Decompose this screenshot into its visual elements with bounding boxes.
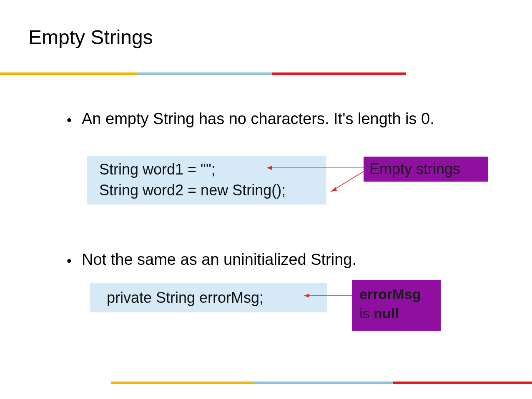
- callout-errormsg-var: errorMsg: [359, 286, 421, 302]
- svg-marker-3: [331, 187, 337, 192]
- code-line-3: private String errorMsg;: [107, 287, 325, 308]
- callout-empty-strings: Empty strings: [364, 157, 488, 182]
- callout-errormsg-null: null: [374, 305, 399, 321]
- svg-marker-5: [304, 294, 309, 298]
- arrow-errormsg-icon: [300, 292, 354, 300]
- divider-top: [0, 72, 406, 75]
- slide-title: Empty Strings: [28, 26, 153, 49]
- callout-errormsg-null: errorMsg is null: [352, 280, 441, 331]
- callout-empty-strings-label: Empty strings: [369, 160, 460, 178]
- arrow-empty-2-icon: [327, 169, 369, 198]
- bullet-mark-icon: •: [67, 111, 72, 130]
- divider-bottom: [111, 382, 532, 384]
- bullet-2-text: Not the same as an uninitialized String.: [82, 251, 356, 268]
- callout-errormsg-between: is: [359, 305, 374, 321]
- bullet-1: • An empty String has no characters. It'…: [82, 108, 486, 130]
- bullet-mark-icon: •: [67, 252, 72, 271]
- svg-marker-1: [267, 166, 272, 170]
- code-block-2: private String errorMsg;: [90, 283, 327, 312]
- bullet-1-text: An empty String has no characters. It's …: [82, 110, 434, 127]
- bullet-2: • Not the same as an uninitialized Strin…: [82, 249, 486, 270]
